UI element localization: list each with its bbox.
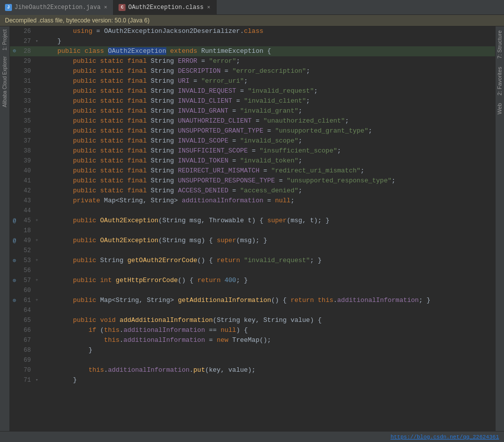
- line-fold-71[interactable]: ▾: [34, 375, 40, 385]
- line-content-35: public static final String UNAUTHORIZED_…: [40, 116, 495, 126]
- tab-oauth-close[interactable]: ×: [206, 4, 212, 11]
- line-num-56: 56: [19, 266, 34, 276]
- code-line-42: 42 public static final String ACCESS_DEN…: [10, 186, 495, 196]
- line-fold-34: [34, 106, 40, 116]
- line-fold-28: [34, 46, 40, 56]
- line-icon-45[interactable]: @: [10, 216, 19, 226]
- line-fold-37: [34, 136, 40, 146]
- line-num-57: 57: [19, 276, 34, 286]
- code-line-71: 71 ▾ }: [10, 375, 495, 385]
- line-num-61: 61: [19, 295, 34, 305]
- line-content-65: public void addAdditionalInformation(Str…: [40, 315, 495, 325]
- structure-panel-label[interactable]: 7: Structure: [496, 26, 504, 63]
- code-line-34: 34 public static final String INVALID_GR…: [10, 106, 495, 116]
- line-content-41: public static final String UNSUPPORTED_R…: [40, 176, 495, 186]
- line-num-40: 40: [19, 166, 34, 176]
- line-icon-71: [10, 375, 19, 385]
- code-line-31: 31 public static final String URI = "err…: [10, 76, 495, 86]
- alibaba-panel-label[interactable]: Alibaba Cloud Explorer: [1, 53, 8, 110]
- line-num-34: 34: [19, 106, 34, 116]
- line-icon-53[interactable]: ⊙: [10, 256, 19, 266]
- line-fold-66: [34, 325, 40, 335]
- code-line-39: 39 public static final String INVALID_TO…: [10, 156, 495, 166]
- line-num-33: 33: [19, 96, 34, 106]
- code-line-26: 26 using = OAuth2ExceptionJackson2Deseri…: [10, 26, 495, 36]
- code-line-28: ⊙ 28 public class OAuth2Exception extend…: [10, 46, 495, 56]
- line-icon-67: [10, 335, 19, 345]
- project-panel-label[interactable]: 1: Project: [1, 26, 8, 53]
- line-num-28: 28: [19, 46, 34, 56]
- tab-jihe-close[interactable]: ×: [103, 4, 109, 11]
- favorites-panel-label[interactable]: 2: Favorites: [496, 63, 504, 99]
- line-content-31: public static final String URI = "error_…: [40, 76, 495, 86]
- line-content-38: public static final String INSUFFICIENT_…: [40, 146, 495, 156]
- line-fold-64: [34, 305, 40, 315]
- line-fold-36: [34, 126, 40, 136]
- line-fold-57[interactable]: +: [34, 276, 40, 286]
- line-content-66: if (this.additionalInformation == null) …: [40, 325, 495, 335]
- line-fold-29: [34, 56, 40, 66]
- line-icon-57[interactable]: ⊙: [10, 276, 19, 286]
- line-num-41: 41: [19, 176, 34, 186]
- code-area[interactable]: 26 using = OAuth2ExceptionJackson2Deseri…: [10, 26, 495, 431]
- line-content-49: public OAuth2Exception(String msg) { sup…: [40, 236, 495, 246]
- line-fold-68: [34, 345, 40, 355]
- line-content-45: public OAuth2Exception(String msg, Throw…: [40, 216, 495, 226]
- line-icon-31: [10, 76, 19, 86]
- code-line-43: 43 private Map<String, String> additiona…: [10, 196, 495, 206]
- line-icon-42: [10, 186, 19, 196]
- code-line-52: 52: [10, 246, 495, 256]
- line-icon-52: [10, 246, 19, 256]
- line-content-67: this.additionalInformation = new TreeMap…: [40, 335, 495, 345]
- line-num-68: 68: [19, 345, 34, 355]
- code-line-70: 70 this.additionalInformation.put(key, v…: [10, 365, 495, 375]
- line-icon-35: [10, 116, 19, 126]
- code-line-64: 64: [10, 305, 495, 315]
- line-icon-41: [10, 176, 19, 186]
- code-line-44: 44: [10, 206, 495, 216]
- line-content-71: }: [40, 375, 495, 385]
- line-num-42: 42: [19, 186, 34, 196]
- java-icon: J: [5, 4, 12, 11]
- tab-oauth[interactable]: C OAuth2Exception.class ×: [114, 0, 217, 15]
- line-content-29: public static final String ERROR = "erro…: [40, 56, 495, 66]
- code-line-53: ⊙ 53 + public String getOAuth2ErrorCode(…: [10, 256, 495, 266]
- code-line-35: 35 public static final String UNAUTHORIZ…: [10, 116, 495, 126]
- line-fold-18a: [34, 226, 40, 236]
- line-fold-60: [34, 286, 40, 295]
- line-icon-66: [10, 325, 19, 335]
- code-line-30: 30 public static final String DESCRIPTIO…: [10, 66, 495, 76]
- line-content-42: public static final String ACCESS_DENIED…: [40, 186, 495, 196]
- line-fold-39: [34, 156, 40, 166]
- line-fold-69: [34, 355, 40, 365]
- line-fold-45[interactable]: +: [34, 216, 40, 226]
- line-fold-61[interactable]: +: [34, 295, 40, 305]
- tab-bar: J JiheOauth2Exception.java × C OAuth2Exc…: [0, 0, 504, 15]
- line-fold-27[interactable]: ▾: [34, 36, 40, 46]
- line-icon-49[interactable]: @: [10, 236, 19, 246]
- line-num-49: 49: [19, 236, 34, 246]
- code-line-18a: 18: [10, 226, 495, 236]
- line-content-39: public static final String INVALID_TOKEN…: [40, 156, 495, 166]
- line-num-69: 69: [19, 355, 34, 365]
- line-content-26: using = OAuth2ExceptionJackson2Deseriali…: [40, 26, 495, 36]
- status-url[interactable]: https://blog.csdn.net/qq_22624361: [390, 434, 499, 440]
- line-content-53: public String getOAuth2ErrorCode() { ret…: [40, 256, 495, 266]
- line-icon-56: [10, 266, 19, 276]
- tab-jihe[interactable]: J JiheOauth2Exception.java ×: [0, 0, 114, 15]
- line-fold-43: [34, 196, 40, 206]
- line-icon-61[interactable]: ⊙: [10, 295, 19, 305]
- line-icon-28[interactable]: ⊙: [10, 46, 19, 56]
- line-content-18a: [40, 226, 495, 236]
- line-fold-31: [34, 76, 40, 86]
- line-icon-37: [10, 136, 19, 146]
- web-panel-label[interactable]: Web: [496, 99, 504, 118]
- line-content-44: [40, 206, 495, 216]
- code-line-57: ⊙ 57 + public int getHttpErrorCode() { r…: [10, 276, 495, 286]
- line-content-60: [40, 286, 495, 295]
- line-fold-49[interactable]: +: [34, 236, 40, 246]
- line-content-57: public int getHttpErrorCode() { return 4…: [40, 276, 495, 286]
- line-fold-53[interactable]: +: [34, 256, 40, 266]
- line-num-52: 52: [19, 246, 34, 256]
- line-fold-33: [34, 96, 40, 106]
